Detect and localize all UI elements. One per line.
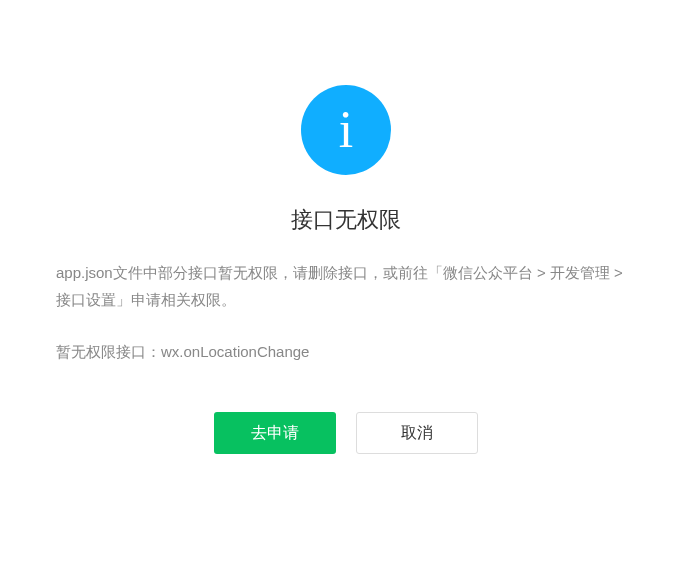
- cancel-button[interactable]: 取消: [356, 412, 478, 454]
- api-label: 暂无权限接口：: [56, 343, 161, 360]
- api-name: wx.onLocationChange: [161, 343, 309, 360]
- dialog-container: i 接口无权限 app.json文件中部分接口暂无权限，请删除接口，或前往「微信…: [0, 0, 692, 454]
- dialog-title: 接口无权限: [291, 205, 401, 235]
- info-icon-glyph: i: [339, 104, 353, 156]
- button-row: 去申请 取消: [214, 412, 478, 454]
- apply-button[interactable]: 去申请: [214, 412, 336, 454]
- info-icon: i: [301, 85, 391, 175]
- dialog-description: app.json文件中部分接口暂无权限，请删除接口，或前往「微信公众平台 > 开…: [0, 259, 692, 313]
- api-info-row: 暂无权限接口：wx.onLocationChange: [0, 343, 692, 362]
